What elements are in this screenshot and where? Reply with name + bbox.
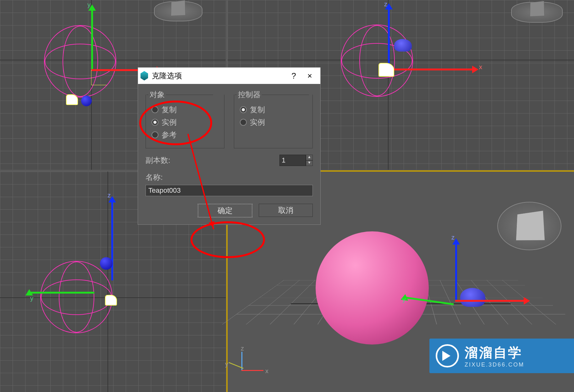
copies-input[interactable] [279,155,306,166]
axis-label-y: y [30,295,33,302]
axis-label-x: x [479,63,482,71]
object-teapot-selected[interactable] [378,63,394,77]
object-sphere-wire[interactable] [40,261,113,333]
gizmo-x-axis[interactable] [455,300,527,302]
object-sphere-wire[interactable] [341,25,413,97]
gizmo-z-axis[interactable] [455,241,457,301]
gizmo-z-axis[interactable] [388,6,390,69]
axis-label-x: x [265,367,268,375]
group-object: 对象 复制 实例 参考 [146,95,224,148]
dialog-body: 对象 复制 实例 参考 控制器 复制 实例 副本数: ▲ ▼ 名称: [138,84,320,224]
object-teapot-blue[interactable] [460,288,485,307]
gizmo-y-axis[interactable] [28,292,94,294]
cancel-button[interactable]: 取消 [259,204,313,217]
object-sphere-wire[interactable] [44,25,116,97]
app-icon [141,71,148,80]
axis-label-y: y [225,361,228,368]
group-controller-title: 控制器 [237,90,262,100]
axis-label-z: z [241,345,244,352]
copies-spinner[interactable]: ▲ ▼ [279,155,313,166]
viewcube[interactable] [530,1,544,17]
help-button[interactable]: ? [286,71,301,81]
name-label: 名称: [146,172,174,182]
viewcube[interactable] [516,210,545,240]
spinner-up-icon[interactable]: ▲ [306,155,313,160]
viewcube-ring[interactable] [497,202,561,250]
copies-label: 副本数: [146,155,174,165]
watermark-title: 溜溜自学 [465,344,524,362]
radio-object-instance[interactable]: 实例 [152,117,218,127]
group-object-title: 对象 [148,90,166,100]
name-input[interactable] [146,185,313,196]
axis-label-y: y [402,296,406,303]
watermark: 溜溜自学 ZIXUE.3D66.COM [429,339,574,373]
axis-label-y: y [87,1,91,8]
gizmo-y-axis[interactable] [91,7,93,70]
viewcube-ring[interactable] [154,1,202,21]
object-teapot-selected[interactable] [105,295,117,306]
gizmo-z-axis[interactable] [111,199,113,280]
object-teapot-blue[interactable] [100,257,113,270]
axis-label-z: z [451,234,455,241]
clone-options-dialog: 克隆选项 ? × 对象 复制 实例 参考 控制器 复制 实例 副本数: ▲ [138,67,321,225]
play-icon [436,344,459,367]
radio-controller-instance[interactable]: 实例 [240,117,307,127]
close-button[interactable]: × [302,71,318,81]
radio-object-reference[interactable]: 参考 [152,130,218,140]
ok-button[interactable]: 确定 [198,204,252,218]
viewcube-ring[interactable] [511,2,563,23]
viewcube[interactable] [171,0,185,16]
dialog-title-text: 克隆选项 [152,71,182,81]
gizmo-x-axis[interactable] [388,69,476,70]
object-sphere-shaded[interactable] [316,231,429,345]
object-teapot-blue[interactable] [81,96,92,106]
object-teapot-blue[interactable] [394,39,412,52]
radio-controller-copy[interactable]: 复制 [240,105,307,115]
group-controller: 控制器 复制 实例 [234,95,313,148]
axis-label-z: z [384,1,387,8]
axis-label-z: z [108,192,111,199]
dialog-titlebar[interactable]: 克隆选项 ? × [138,68,320,84]
gizmo-plane-handle[interactable] [91,70,107,85]
watermark-subtitle: ZIXUE.3D66.COM [465,362,524,368]
spinner-down-icon[interactable]: ▼ [306,160,313,166]
radio-object-copy[interactable]: 复制 [152,105,218,115]
object-teapot[interactable] [66,94,78,105]
